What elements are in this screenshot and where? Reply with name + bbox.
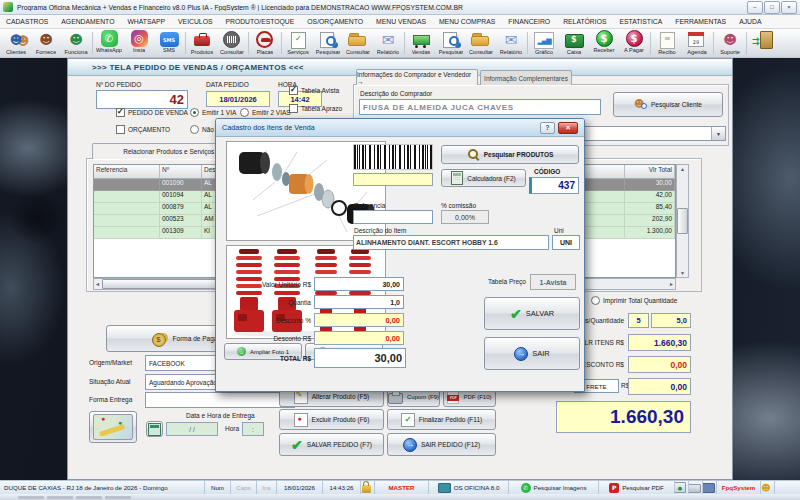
dialog-close-button[interactable] (558, 122, 578, 134)
menu-item[interactable]: MENU COMPRAS (439, 18, 495, 25)
toolbar-button[interactable]: Pesquisar (313, 29, 343, 57)
toolbar-button[interactable]: Placas (250, 29, 280, 57)
sair-pedido-button[interactable]: SAIR PEDIDO (F12) (387, 433, 496, 456)
toolbar-label: Vendas (412, 49, 431, 55)
excluir-produto-button[interactable]: Excluir Produto (F6) (279, 409, 384, 430)
toolbar-button[interactable]: Caixa (559, 29, 589, 57)
tab-comprador-vendedor[interactable]: Informações do Comprador e Vendedor → (356, 69, 478, 85)
toolbar-button[interactable]: A Pagar (619, 29, 649, 57)
scroll-down-icon[interactable]: ▼ (680, 270, 685, 276)
radio-emitir-2vias[interactable]: Emitir 2 VIAS (240, 108, 291, 117)
menu-item[interactable]: VEICULOS (178, 18, 212, 25)
toolbar-button[interactable]: Gráfico (529, 29, 559, 57)
checkbox-tabela-aprazo[interactable]: Tabela Aprazo (289, 104, 342, 113)
barcode-input[interactable] (353, 173, 433, 186)
data-entrega-field[interactable]: / / (166, 422, 218, 436)
menu-item[interactable]: FINANCEIRO (508, 18, 550, 25)
toolbar-button[interactable]: Funciona (61, 29, 91, 57)
toolbar-button[interactable]: SMS (154, 29, 184, 57)
descricao-item-field[interactable]: ALINHAMENTO DIANT. ESCORT HOBBY 1.6 (353, 235, 549, 250)
calendario-button[interactable] (146, 421, 163, 437)
buyer-desc-label: Descrição do Comprador (360, 90, 432, 97)
toolbar-button[interactable]: Suporte (715, 29, 745, 57)
scrollbar-thumb[interactable] (102, 279, 224, 289)
col-numero[interactable]: Nº (160, 165, 202, 178)
toolbar-button[interactable]: Consultar (466, 29, 496, 57)
toolbar-button[interactable]: Recibo (652, 29, 682, 57)
barcode-image (353, 144, 433, 170)
toolbar-button[interactable]: Agenda (682, 29, 712, 57)
scroll-up-icon[interactable]: ▲ (680, 166, 685, 172)
menu-item[interactable]: FERRAMENTAS (675, 18, 726, 25)
menu-item[interactable]: WHATSAPP (127, 18, 165, 25)
menu-item[interactable]: RELATÓRIOS (563, 18, 606, 25)
desconto-pct-field[interactable]: 0,00 (314, 313, 404, 327)
toolbar-button[interactable]: Insta (124, 29, 154, 57)
finalizar-pedido-button[interactable]: Finalizar Pedido (F11) (387, 409, 496, 430)
toolbar-button[interactable]: Serviços (283, 29, 313, 57)
menu-item[interactable]: AJUDA (739, 18, 761, 25)
grand-total-field: 1.660,30 (556, 401, 691, 433)
sair-item-button[interactable]: SAIR (484, 337, 580, 370)
menu-item[interactable]: CADASTROS (6, 18, 48, 25)
toolbar-button[interactable]: Consultar (217, 29, 247, 57)
toolbar-button[interactable]: Consultar (343, 29, 373, 57)
scrollbar-thumb[interactable] (677, 208, 688, 234)
toolbar-button[interactable]: Receber (589, 29, 619, 57)
help-button[interactable] (540, 122, 555, 134)
table-vertical-scrollbar[interactable]: ▲▼ (676, 164, 689, 278)
calculadora-button[interactable]: Calculadora (F2) (441, 169, 526, 187)
toolbar-button[interactable]: WhatsApp (94, 29, 124, 57)
scroll-left-icon[interactable]: ◄ (95, 281, 100, 287)
quantia-field[interactable]: 1,0 (314, 295, 404, 309)
toolbar-button[interactable]: Clientes (1, 29, 31, 57)
hora-entrega-field[interactable]: : (242, 422, 264, 436)
tab-informacao-complementares[interactable]: Informação Complementares (480, 70, 572, 85)
forma-entrega-dropdown[interactable] (145, 392, 295, 408)
status-segment (761, 481, 775, 494)
pesquisar-produtos-button[interactable]: Pesquisar PRODUTOS (441, 145, 579, 164)
status-segment (689, 481, 703, 494)
salvar-pedido-button[interactable]: SALVAR PEDIDO (F7) (279, 433, 384, 456)
toolbar-button[interactable]: Fornece (31, 29, 61, 57)
col-referencia[interactable]: Referencia (94, 165, 160, 178)
toolbar-button[interactable]: Vendas (406, 29, 436, 57)
scroll-right-icon[interactable]: ► (669, 281, 674, 287)
pesquisar-cliente-button[interactable]: Pesquisar Cliente (613, 92, 723, 117)
checkbox-tabela-avista[interactable]: Tabela Avista (289, 86, 339, 95)
toolbar-icon (626, 30, 643, 47)
toolbar-button[interactable]: Produtos (187, 29, 217, 57)
menu-item[interactable]: ESTATISTICA (619, 18, 662, 25)
col-vlr-total[interactable]: Vlr Total (625, 165, 675, 178)
menu-item[interactable]: OS/ORÇAMENTO (307, 18, 363, 25)
order-number-field[interactable]: 42 (96, 90, 188, 109)
menu-item[interactable]: PRODUTO/ESTOQUE (225, 18, 294, 25)
toolbar-button[interactable]: Relatório (373, 29, 403, 57)
minimize-button[interactable] (747, 1, 763, 14)
radio-imprimir-total-quantidade[interactable]: Imprimir Total Quantidade (591, 296, 677, 305)
toolbar-icon (345, 30, 371, 49)
salvar-item-button[interactable]: SALVAR (484, 297, 580, 330)
toolbar-button[interactable]: Relatório (496, 29, 526, 57)
menu-item[interactable]: MENU VENDAS (376, 18, 426, 25)
referencia-input[interactable] (353, 210, 433, 224)
restore-button[interactable] (764, 1, 780, 14)
valor-unitario-field[interactable]: 30,00 (314, 277, 404, 291)
taskbar-strip (0, 494, 800, 500)
order-date-field[interactable]: 18/01/2026 (206, 91, 270, 107)
toolbar-button[interactable] (748, 29, 778, 57)
mapa-button[interactable] (89, 411, 137, 443)
menu-item[interactable]: AGENDAMENTO (61, 18, 114, 25)
close-button[interactable] (781, 1, 797, 14)
toolbar-icon (375, 30, 401, 49)
total-item-label: TOTAL R$ (236, 355, 311, 362)
toolbar-label: Placas (257, 49, 274, 55)
dialog-titlebar[interactable]: Cadastro dos Itens de Venda (216, 119, 584, 137)
radio-emitir-1via[interactable]: Emitir 1 VIA (190, 108, 236, 117)
check-icon (510, 307, 522, 321)
checkbox-orcamento[interactable]: ORÇAMENTO (116, 125, 170, 134)
checkbox-pedido-venda[interactable]: PEDIDO DE VENDA (116, 108, 188, 117)
toolbar-button[interactable]: Pesquisar (436, 29, 466, 57)
desconto-rs-field[interactable]: 0,00 (314, 331, 404, 345)
buyer-desc-field[interactable]: FIUSA DE ALMEIDA JUCA CHAVES (359, 99, 601, 115)
